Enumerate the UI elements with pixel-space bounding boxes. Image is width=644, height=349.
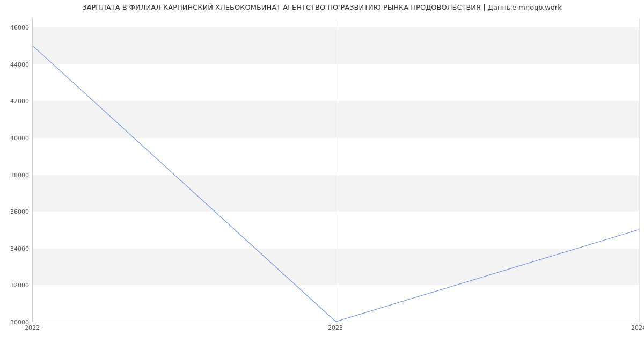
salary-series-line <box>33 46 639 322</box>
x-tick-label: 2024 <box>628 324 644 331</box>
y-tick-label: 34000 <box>3 245 29 252</box>
line-layer <box>33 18 639 322</box>
x-gridline <box>639 18 640 322</box>
salary-line-chart: ЗАРПЛАТА В ФИЛИАЛ КАРПИНСКИЙ ХЛЕБОКОМБИН… <box>0 0 644 349</box>
plot-area <box>32 18 639 322</box>
y-tick-label: 40000 <box>3 134 29 141</box>
y-tick-label: 44000 <box>3 61 29 68</box>
x-tick-label: 2023 <box>325 324 346 331</box>
chart-title: ЗАРПЛАТА В ФИЛИАЛ КАРПИНСКИЙ ХЛЕБОКОМБИН… <box>0 3 644 11</box>
x-tick-label: 2022 <box>21 324 43 331</box>
y-tick-label: 36000 <box>3 208 29 215</box>
y-tick-label: 32000 <box>3 282 29 289</box>
y-tick-label: 46000 <box>3 24 29 31</box>
y-tick-label: 38000 <box>3 171 29 178</box>
y-tick-label: 42000 <box>3 98 29 105</box>
